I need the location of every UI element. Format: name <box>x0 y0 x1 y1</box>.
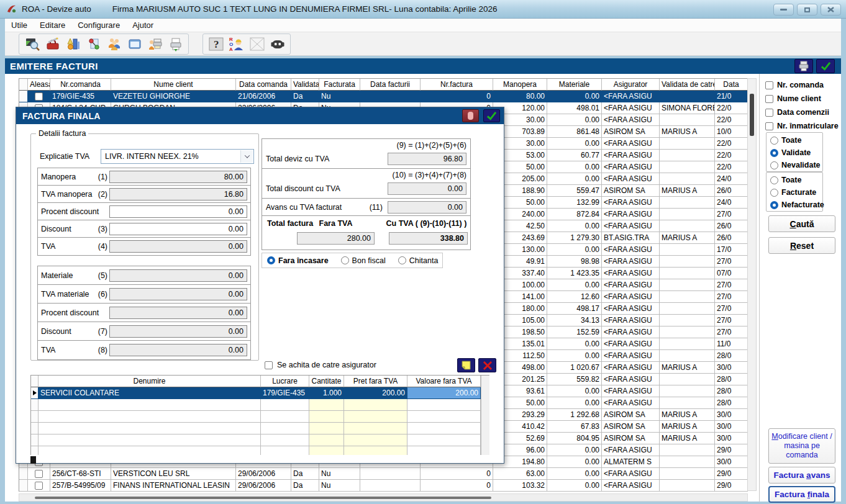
menu-item[interactable]: Editare <box>34 19 71 31</box>
radio-icon[interactable] <box>770 161 778 169</box>
confirm-section-button[interactable] <box>816 59 835 73</box>
explicatie-tva-select[interactable]: LIVR. INTERN NEEX. 21% <box>101 149 254 164</box>
empty-row[interactable] <box>31 446 489 455</box>
help-icon[interactable]: ? <box>206 35 226 53</box>
clients-icon[interactable] <box>104 35 124 53</box>
radio-icon[interactable] <box>770 137 778 145</box>
window-icon[interactable] <box>124 35 145 53</box>
chart-icon[interactable] <box>63 35 83 53</box>
items-scrollbar[interactable] <box>481 376 489 455</box>
column-header[interactable]: Valoare fara TVA <box>407 376 481 387</box>
column-header[interactable]: Facturata <box>319 79 360 91</box>
invoice-line-row[interactable]: SERVICII COLANTARE179/GIE-4351.000200.00… <box>31 387 489 399</box>
close-button[interactable] <box>821 4 841 16</box>
column-header[interactable]: Nr.comanda <box>50 79 111 91</box>
field-input[interactable]: 0.00 <box>109 223 247 235</box>
dialog-cancel-button[interactable] <box>462 109 479 122</box>
empty-row[interactable] <box>31 399 489 411</box>
devize-search-icon[interactable] <box>22 35 42 53</box>
radio-row[interactable]: Toate <box>770 174 822 186</box>
radio-row[interactable]: Nefacturate <box>770 199 822 211</box>
horizontal-scrollbar-thumb[interactable] <box>35 497 491 499</box>
menu-item[interactable]: Configurare <box>71 19 126 31</box>
empty-row[interactable] <box>31 434 489 446</box>
radio-icon[interactable] <box>770 201 778 209</box>
filter-checkbox-row[interactable]: Nr. comanda <box>765 78 839 92</box>
restore-button[interactable] <box>797 4 817 16</box>
column-header[interactable]: Denumire <box>39 376 261 387</box>
payment-option[interactable]: Chitanta <box>398 256 439 265</box>
row-checkbox[interactable] <box>35 470 43 478</box>
reset-button[interactable]: Reset <box>768 237 835 254</box>
checkbox-icon[interactable] <box>765 81 773 89</box>
column-header[interactable]: Lucrare <box>261 376 309 387</box>
avans-section: Avans cu TVA facturat (11) 0.00 <box>262 199 470 216</box>
column-header[interactable]: Asigurator <box>602 79 660 91</box>
empty-row[interactable] <box>31 423 489 434</box>
radio-icon[interactable] <box>770 189 778 197</box>
column-header[interactable]: Aleasa <box>28 79 50 91</box>
vertical-scrollbar[interactable] <box>747 78 757 491</box>
column-header[interactable]: Data comanda <box>236 79 291 91</box>
parts-icon[interactable] <box>83 35 104 53</box>
filter-checkbox-row[interactable]: Nr. înmatriculare <box>765 119 839 133</box>
payment-option[interactable]: Fara încasare <box>267 256 329 265</box>
grid-cell: MARIUS A <box>660 185 715 197</box>
filter-checkbox-row[interactable]: Data comenzii <box>765 106 839 119</box>
grid-cell: 0.00 <box>547 480 602 492</box>
table-row[interactable]: 256/CT-68-STIVERSTICON LEU SRL29/06/2006… <box>19 468 748 480</box>
radio-row[interactable]: Nevalidate <box>770 159 822 171</box>
column-header[interactable]: Validata <box>291 79 319 91</box>
print-person-icon[interactable] <box>145 35 165 53</box>
column-header[interactable]: Data facturii <box>360 79 421 91</box>
radio-icon[interactable] <box>267 256 275 264</box>
roa-operator-icon[interactable]: ROA <box>226 35 247 53</box>
column-header[interactable]: Pret fara TVA <box>344 376 407 387</box>
combo-dropdown-button[interactable] <box>240 150 253 163</box>
filter-checkbox-row[interactable]: Nume client <box>765 92 839 106</box>
print-invoices-button[interactable] <box>794 59 813 73</box>
field-input[interactable]: 0.00 <box>109 205 247 218</box>
menu-item[interactable]: Ajutor <box>126 19 160 31</box>
grid-cell: 27/0 <box>715 279 748 291</box>
column-header[interactable]: Validata de catre <box>660 79 715 91</box>
horizontal-scrollbar[interactable] <box>19 493 748 502</box>
radio-row[interactable]: Validate <box>770 146 822 159</box>
radio-row[interactable]: Facturate <box>770 186 822 199</box>
menu-item[interactable]: Utile <box>5 19 34 31</box>
payment-option[interactable]: Bon fiscal <box>341 256 386 265</box>
radio-icon[interactable] <box>770 176 778 184</box>
column-header[interactable]: Materiale <box>547 79 602 91</box>
checkbox-icon[interactable] <box>765 122 773 130</box>
radio-icon[interactable] <box>398 256 406 264</box>
delete-line-button[interactable] <box>478 358 496 372</box>
column-header[interactable]: Manopera <box>493 79 547 91</box>
empty-row[interactable] <box>31 411 489 423</box>
dialog-confirm-button[interactable] <box>483 109 500 122</box>
checkbox-icon[interactable] <box>765 95 773 103</box>
radio-icon[interactable] <box>341 256 349 264</box>
column-header[interactable]: Nume client <box>111 79 236 91</box>
factura-avans-button[interactable]: Factura avans <box>768 467 835 484</box>
column-header[interactable]: Nr.factura <box>421 79 493 91</box>
checkbox-icon[interactable] <box>765 109 773 117</box>
row-checkbox[interactable] <box>35 482 43 490</box>
row-checkbox[interactable] <box>35 92 43 101</box>
radio-row[interactable]: Toate <box>770 134 822 146</box>
add-line-button[interactable] <box>457 358 475 372</box>
table-row[interactable]: 179/GIE-435VEZETEU GHIORGHE21/06/2006DaN… <box>19 91 748 102</box>
column-header[interactable]: Data <box>715 79 748 91</box>
table-row[interactable]: 257/B-54995/09FINANS INTERNATIONAL LEASI… <box>19 480 748 492</box>
achita-checkbox[interactable] <box>265 361 273 369</box>
grid-cell: 60.77 <box>547 150 602 161</box>
minimize-button[interactable] <box>773 4 794 16</box>
assistant-robot-icon[interactable] <box>267 35 288 53</box>
cauta-button[interactable]: Caută <box>768 215 835 232</box>
radio-icon[interactable] <box>770 149 778 157</box>
column-header[interactable]: Cantitate <box>309 376 344 387</box>
factura-finala-button[interactable]: Factura finala <box>768 486 835 503</box>
modificare-client-button[interactable]: Modificare client / masina pe comanda <box>768 428 835 464</box>
toolbox-icon[interactable] <box>42 35 63 53</box>
printer-icon[interactable] <box>165 35 186 53</box>
vertical-scrollbar-thumb[interactable] <box>750 94 754 136</box>
